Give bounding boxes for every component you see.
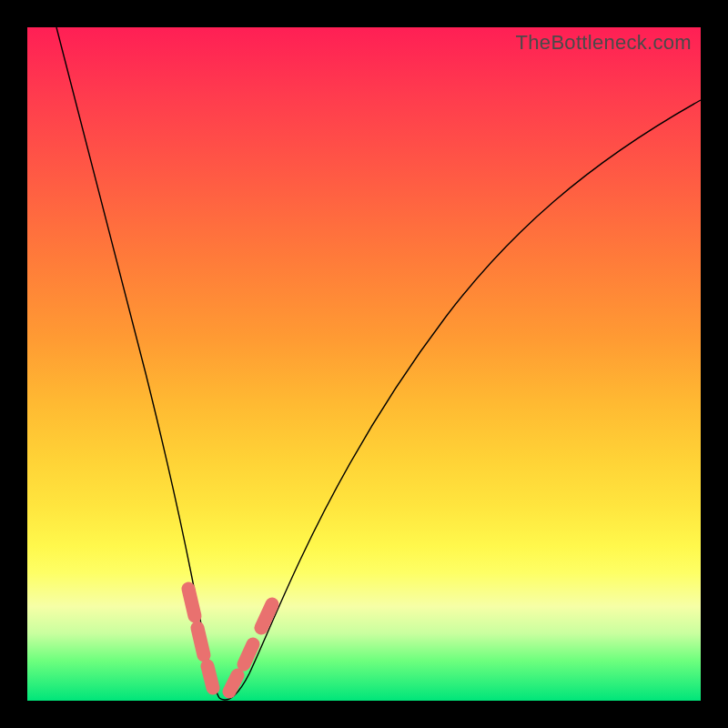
- curve-right: [229, 100, 701, 699]
- marker-4: [229, 675, 238, 692]
- marker-3: [207, 666, 213, 688]
- plot-area: TheBottleneck.com: [27, 27, 701, 701]
- chart-frame: TheBottleneck.com: [0, 0, 728, 728]
- marker-5: [244, 644, 253, 664]
- marker-1: [188, 589, 195, 616]
- marker-2: [197, 628, 204, 655]
- bottleneck-curve: [27, 27, 701, 701]
